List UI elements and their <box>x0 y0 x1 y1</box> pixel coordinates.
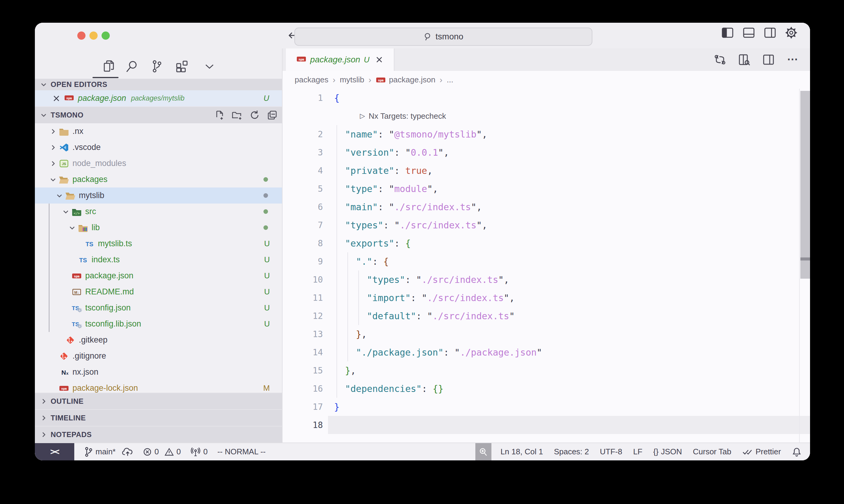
tree-item-mytslib-ts[interactable]: TSmytslib.tsU <box>35 236 282 252</box>
vim-mode-indicator[interactable]: -- NORMAL -- <box>217 447 265 456</box>
chevron-down-icon[interactable] <box>60 208 71 215</box>
chevron-right-icon[interactable] <box>48 144 58 151</box>
chevron-down-icon[interactable] <box>48 176 58 183</box>
scrollbar-thumb[interactable] <box>800 91 810 278</box>
tree-item-package-json[interactable]: npmpackage.jsonU <box>35 268 282 284</box>
code-line-12[interactable]: 12"default": "./src/index.ts" <box>282 307 810 325</box>
code-line-13[interactable]: 13}, <box>282 325 810 343</box>
breadcrumb-item[interactable]: ... <box>447 75 453 85</box>
tree-item-readme-md[interactable]: M↓README.mdU <box>35 284 282 300</box>
code-line-17[interactable]: 17} <box>282 398 810 416</box>
tree-item-index-ts[interactable]: TSindex.tsU <box>35 252 282 268</box>
tree-item-package-lock-json[interactable]: npmpackage-lock.jsonM <box>35 380 282 393</box>
tree-item--nx[interactable]: .nx <box>35 123 282 139</box>
feedback-status[interactable]: 0 <box>190 447 207 457</box>
close-editor-icon[interactable] <box>52 94 60 102</box>
tree-item-nx-json[interactable]: Nxnx.json <box>35 364 282 380</box>
tab-close-icon[interactable] <box>375 55 383 64</box>
editor-scrollbar[interactable] <box>799 89 810 443</box>
tree-item--vscode[interactable]: .vscode <box>35 139 282 156</box>
code-line-15[interactable]: 15}, <box>282 361 810 379</box>
code-line-5[interactable]: 5"type": "module", <box>282 180 810 198</box>
collapse-all-icon[interactable] <box>267 110 278 121</box>
source-control-icon[interactable] <box>150 59 164 73</box>
chevron-right-icon[interactable] <box>48 128 58 135</box>
tree-item-mytslib[interactable]: mytslib <box>35 187 282 203</box>
toggle-sidebar-icon[interactable] <box>721 26 734 39</box>
formatter-status[interactable]: Prettier <box>742 447 781 456</box>
zoom-indicator[interactable] <box>475 443 492 461</box>
explorer-section-header[interactable]: TSMONO <box>35 106 282 123</box>
tree-item-src[interactable]: </>src <box>35 203 282 220</box>
open-changes-icon[interactable] <box>713 53 726 66</box>
tree-item-tsconfig-json[interactable]: TStsconfig.jsonU <box>35 300 282 316</box>
new-folder-icon[interactable] <box>231 110 243 121</box>
explorer-icon[interactable] <box>102 59 116 73</box>
problems-status[interactable]: 0 0 <box>143 447 181 456</box>
open-editor-item[interactable]: npm package.json packages/mytslib U <box>35 90 282 106</box>
indent-guide <box>337 361 337 379</box>
code-line-10[interactable]: 10"types": "./src/index.ts", <box>282 270 810 289</box>
chevron-right-icon[interactable] <box>48 160 58 167</box>
breadcrumb-item[interactable]: mytslib <box>340 75 364 85</box>
code-line-2[interactable]: 2"name": "@tsmono/mytslib", <box>282 125 810 143</box>
extensions-icon[interactable] <box>175 59 189 73</box>
cursor-tab-status[interactable]: Cursor Tab <box>693 447 731 456</box>
open-editors-header[interactable]: OPEN EDITORS <box>35 79 282 90</box>
toggle-panel-icon[interactable] <box>742 26 756 39</box>
code-line-14[interactable]: 14"./package.json": "./package.json" <box>282 343 810 361</box>
code-line-7[interactable]: 7"types": "./src/index.ts", <box>282 216 810 234</box>
outline-section-header[interactable]: OUTLINE <box>35 393 282 409</box>
maximize-window-button[interactable] <box>102 32 110 40</box>
code-line-11[interactable]: 11"import": "./src/index.ts", <box>282 289 810 307</box>
tree-item-tsconfig-lib-json[interactable]: TStsconfig.lib.jsonU <box>35 316 282 332</box>
breadcrumb-item[interactable]: packages <box>295 75 328 85</box>
split-editor-icon[interactable] <box>762 53 775 66</box>
tree-item-packages[interactable]: packages <box>35 172 282 187</box>
notifications-bell-icon[interactable] <box>792 447 802 457</box>
code-line-1[interactable]: 1{ <box>282 89 810 107</box>
tree-item--gitkeep[interactable]: .gitkeep <box>35 332 282 348</box>
close-window-button[interactable] <box>77 32 86 40</box>
search-view-icon[interactable] <box>125 59 139 73</box>
code-line-8[interactable]: 8"exports": { <box>282 234 810 252</box>
tree-item-node-modules[interactable]: JSnode_modules <box>35 156 282 172</box>
cursor-position-status[interactable]: Ln 18, Col 1 <box>500 447 543 456</box>
chevron-down-icon[interactable] <box>67 224 77 231</box>
line-number: 1 <box>282 93 328 103</box>
language-mode-status[interactable]: {} JSON <box>653 447 682 456</box>
refresh-icon[interactable] <box>249 110 260 121</box>
code-line-4[interactable]: 4"private": true, <box>282 161 810 180</box>
indentation-status[interactable]: Spaces: 2 <box>554 447 589 456</box>
code-line-16[interactable]: 16"dependencies": {} <box>282 379 810 398</box>
remote-indicator[interactable]: >< <box>35 443 74 461</box>
code-line-9[interactable]: 9".": { <box>282 252 810 270</box>
settings-gear-icon[interactable] <box>785 26 798 39</box>
tree-item--gitignore[interactable]: .gitignore <box>35 348 282 364</box>
codelens-nx-targets[interactable]: ▷Nx Targets: typecheck <box>328 111 446 121</box>
eol-status[interactable]: LF <box>633 447 642 456</box>
codelens-row[interactable]: ▷Nx Targets: typecheck <box>282 107 810 125</box>
code-line-18[interactable]: 18 <box>282 416 810 434</box>
tab-package-json[interactable]: npm package.json U <box>286 49 394 71</box>
new-file-icon[interactable] <box>214 110 225 121</box>
command-center-search[interactable]: tsmono <box>294 28 592 46</box>
open-preview-icon[interactable] <box>738 53 751 66</box>
notepads-section-header[interactable]: NOTEPADS <box>35 426 282 443</box>
chevron-down-icon[interactable] <box>54 192 65 199</box>
indent-guide <box>337 234 337 252</box>
language-label: JSON <box>661 447 682 456</box>
additional-views-chevron-icon[interactable] <box>203 59 217 73</box>
code-editor[interactable]: 1{▷Nx Targets: typecheck2"name": "@tsmon… <box>282 89 810 443</box>
code-line-6[interactable]: 6"main": "./src/index.ts", <box>282 198 810 216</box>
minimize-window-button[interactable] <box>89 32 98 40</box>
timeline-section-header[interactable]: TIMELINE <box>35 409 282 426</box>
git-branch-status[interactable]: main* <box>84 447 133 457</box>
split-editor-layout-icon[interactable] <box>763 26 777 39</box>
ts-icon: TS <box>84 238 95 249</box>
more-actions-icon[interactable]: ··· <box>787 53 799 66</box>
code-line-3[interactable]: 3"version": "0.0.1", <box>282 143 810 161</box>
encoding-status[interactable]: UTF-8 <box>600 447 622 456</box>
breadcrumb-item[interactable]: package.json <box>389 75 435 85</box>
tree-item-lib[interactable]: lib <box>35 220 282 236</box>
